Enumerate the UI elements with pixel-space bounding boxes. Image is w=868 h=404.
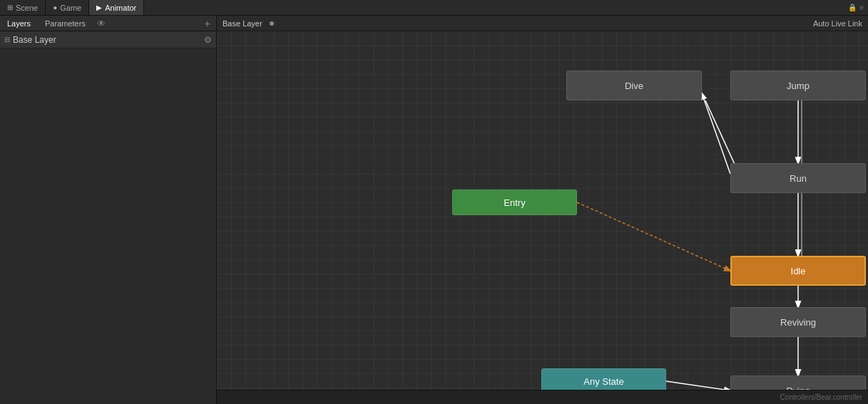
- tab-animator[interactable]: ▶ Animator: [89, 0, 144, 15]
- status-bar: Controllers/Bear.controller: [217, 390, 868, 404]
- left-panel: Layers Parameters 👁 + ⊟ Base Layer ⚙: [0, 16, 217, 404]
- svg-line-6: [666, 381, 730, 390]
- tab-game[interactable]: ● Game: [46, 0, 89, 15]
- tab-scene[interactable]: ⊞ Scene: [0, 0, 46, 15]
- layer-name: Base Layer: [13, 35, 204, 45]
- menu-icon[interactable]: ≡: [859, 4, 864, 11]
- panel-tab-layers[interactable]: Layers: [0, 16, 38, 31]
- node-dive[interactable]: Dive: [566, 71, 702, 100]
- node-idle[interactable]: Idle: [730, 256, 866, 286]
- scene-icon: ⊞: [7, 4, 13, 11]
- lock-icon[interactable]: 🔒: [848, 4, 857, 11]
- panel-tabs: Layers Parameters 👁 +: [0, 16, 216, 31]
- gear-icon[interactable]: ⚙: [204, 35, 212, 45]
- main-layout: Layers Parameters 👁 + ⊟ Base Layer ⚙ Bas…: [0, 16, 868, 404]
- node-jump[interactable]: Jump: [730, 71, 866, 100]
- canvas-header: Base Layer Auto Live Link: [217, 16, 868, 31]
- panel-tab-parameters[interactable]: Parameters: [38, 16, 93, 31]
- add-layer-button[interactable]: +: [199, 16, 216, 31]
- svg-line-2: [577, 202, 730, 271]
- node-reviving[interactable]: Reviving: [730, 307, 866, 337]
- node-run[interactable]: Run: [730, 163, 866, 193]
- expand-icon: ⊟: [4, 36, 10, 43]
- node-entry[interactable]: Entry: [452, 190, 577, 215]
- node-dying[interactable]: Dying: [730, 375, 866, 390]
- breadcrumb: Base Layer: [223, 19, 262, 28]
- node-any-state[interactable]: Any State: [541, 368, 666, 390]
- canvas-grid[interactable]: Dive Jump Run Entry Idle Exit Reviving: [217, 31, 868, 390]
- tab-bar: ⊞ Scene ● Game ▶ Animator 🔒 ≡: [0, 0, 868, 16]
- eye-icon[interactable]: 👁: [93, 16, 110, 31]
- canvas-area: Base Layer Auto Live Link: [217, 16, 868, 404]
- layer-base-layer[interactable]: ⊟ Base Layer ⚙: [0, 31, 216, 48]
- breadcrumb-dot: [270, 21, 274, 26]
- game-icon: ●: [53, 4, 57, 11]
- svg-line-9: [705, 100, 737, 170]
- auto-live-link-button[interactable]: Auto Live Link: [813, 19, 862, 28]
- animator-icon: ▶: [96, 4, 102, 11]
- svg-line-8: [702, 93, 730, 174]
- window-controls: 🔒 ≡: [844, 0, 868, 15]
